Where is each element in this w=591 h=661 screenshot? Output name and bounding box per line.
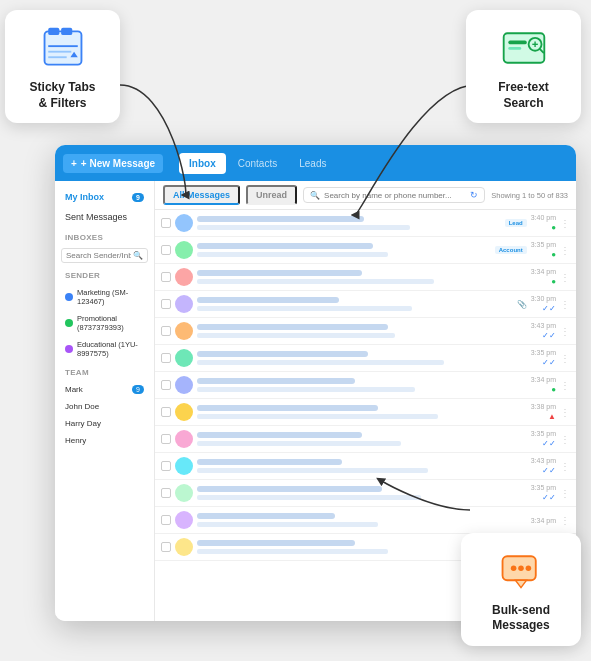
message-badge: Account	[495, 246, 527, 254]
more-options-icon[interactable]: ⋮	[560, 353, 570, 364]
more-options-icon[interactable]: ⋮	[560, 515, 570, 526]
sidebar-item-my-inbox[interactable]: My Inbox 9	[61, 189, 148, 205]
message-meta: 3:35 pm●	[531, 241, 556, 259]
message-row[interactable]: 3:35 pm✓✓⋮	[155, 480, 576, 507]
message-name-placeholder	[197, 324, 388, 330]
more-options-icon[interactable]: ⋮	[560, 272, 570, 283]
message-time: 3:34 pm	[531, 517, 556, 524]
avatar	[175, 403, 193, 421]
message-status: ✓✓	[542, 304, 556, 313]
callout-sticky-tabs: Sticky Tabs & Filters	[5, 10, 120, 123]
more-options-icon[interactable]: ⋮	[560, 488, 570, 499]
filter-tab-all-messages[interactable]: All Messages	[163, 185, 240, 205]
message-meta: 3:34 pm●	[531, 376, 556, 394]
message-name-placeholder	[197, 540, 355, 546]
sender-item-0[interactable]: Marketing (SM-123467)	[61, 286, 148, 308]
team-item-henry[interactable]: Henry	[61, 434, 148, 447]
message-checkbox[interactable]	[161, 245, 171, 255]
message-checkbox[interactable]	[161, 542, 171, 552]
message-row[interactable]: 3:34 pm⋮	[155, 507, 576, 534]
new-message-button[interactable]: + + New Message	[63, 154, 163, 173]
more-options-icon[interactable]: ⋮	[560, 434, 570, 445]
message-meta: 3:30 pm✓✓	[531, 295, 556, 313]
avatar	[175, 268, 193, 286]
message-checkbox[interactable]	[161, 434, 171, 444]
more-options-icon[interactable]: ⋮	[560, 218, 570, 229]
avatar	[175, 349, 193, 367]
message-row[interactable]: 3:43 pm✓✓⋮	[155, 318, 576, 345]
inbox-search-input[interactable]	[66, 251, 131, 260]
message-search-input[interactable]	[324, 191, 466, 200]
svg-point-15	[511, 565, 517, 571]
message-checkbox[interactable]	[161, 272, 171, 282]
team-item-john[interactable]: John Doe	[61, 400, 148, 413]
message-row[interactable]: 3:38 pm▲⋮	[155, 399, 576, 426]
more-options-icon[interactable]: ⋮	[560, 326, 570, 337]
avatar	[175, 484, 193, 502]
message-checkbox[interactable]	[161, 353, 171, 363]
sender-item-2[interactable]: Educational (1YU-8997575)	[61, 338, 148, 360]
message-row[interactable]: 3:34 pm●⋮	[155, 372, 576, 399]
message-status: ✓✓	[542, 466, 556, 475]
more-options-icon[interactable]: ⋮	[560, 380, 570, 391]
sender-item-1[interactable]: Promotional (8737379393)	[61, 312, 148, 334]
tab-inbox[interactable]: Inbox	[179, 153, 226, 174]
more-options-icon[interactable]: ⋮	[560, 407, 570, 418]
svg-rect-0	[44, 31, 81, 64]
avatar	[175, 511, 193, 529]
team-item-harry[interactable]: Harry Day	[61, 417, 148, 430]
tab-leads[interactable]: Leads	[289, 153, 336, 174]
message-meta: 3:38 pm▲	[531, 403, 556, 421]
message-text-placeholder	[197, 522, 378, 527]
message-row[interactable]: 📎3:30 pm✓✓⋮	[155, 291, 576, 318]
message-row[interactable]: 3:35 pm✓✓⋮	[155, 345, 576, 372]
message-text-placeholder	[197, 306, 412, 311]
inbox-search[interactable]: 🔍	[61, 248, 148, 263]
message-search-box[interactable]: 🔍 ↻	[303, 187, 485, 203]
message-checkbox[interactable]	[161, 461, 171, 471]
avatar	[175, 457, 193, 475]
message-time: 3:34 pm	[531, 268, 556, 275]
more-options-icon[interactable]: ⋮	[560, 245, 570, 256]
message-time: 3:35 pm	[531, 430, 556, 437]
message-checkbox[interactable]	[161, 407, 171, 417]
message-content	[197, 432, 527, 446]
message-name-placeholder	[197, 405, 378, 411]
message-content	[197, 405, 527, 419]
top-bar: + + New Message Inbox Contacts Leads	[55, 145, 576, 181]
message-checkbox[interactable]	[161, 515, 171, 525]
message-row[interactable]: Lead3:40 pm●⋮	[155, 210, 576, 237]
message-text-placeholder	[197, 549, 388, 554]
plus-icon: +	[71, 158, 77, 169]
sidebar-item-sent-messages[interactable]: Sent Messages	[61, 209, 148, 225]
message-row[interactable]: Account3:35 pm●⋮	[155, 237, 576, 264]
avatar	[175, 295, 193, 313]
more-options-icon[interactable]: ⋮	[560, 461, 570, 472]
message-content	[197, 351, 527, 365]
refresh-icon[interactable]: ↻	[470, 190, 478, 200]
message-time: 3:43 pm	[531, 457, 556, 464]
filter-tab-unread[interactable]: Unread	[246, 185, 297, 205]
message-row[interactable]: 3:43 pm✓✓⋮	[155, 453, 576, 480]
message-meta: 3:35 pm✓✓	[531, 349, 556, 367]
bulk-send-icon	[495, 545, 547, 597]
tab-contacts[interactable]: Contacts	[228, 153, 287, 174]
message-text-placeholder	[197, 441, 401, 446]
callout-free-text-search: Free-text Search	[466, 10, 581, 123]
message-content	[197, 324, 527, 338]
message-checkbox[interactable]	[161, 380, 171, 390]
message-name-placeholder	[197, 432, 362, 438]
message-row[interactable]: 3:35 pm✓✓⋮	[155, 426, 576, 453]
message-checkbox[interactable]	[161, 488, 171, 498]
message-row[interactable]: 3:34 pm●⋮	[155, 264, 576, 291]
message-status: ●	[551, 250, 556, 259]
attachment-icon: 📎	[517, 300, 527, 309]
more-options-icon[interactable]: ⋮	[560, 299, 570, 310]
inbox-badge: 9	[132, 193, 144, 202]
message-time: 3:40 pm	[531, 214, 556, 221]
message-checkbox[interactable]	[161, 299, 171, 309]
team-item-mark[interactable]: Mark 9	[61, 383, 148, 396]
message-checkbox[interactable]	[161, 326, 171, 336]
message-text-placeholder	[197, 414, 438, 419]
message-checkbox[interactable]	[161, 218, 171, 228]
